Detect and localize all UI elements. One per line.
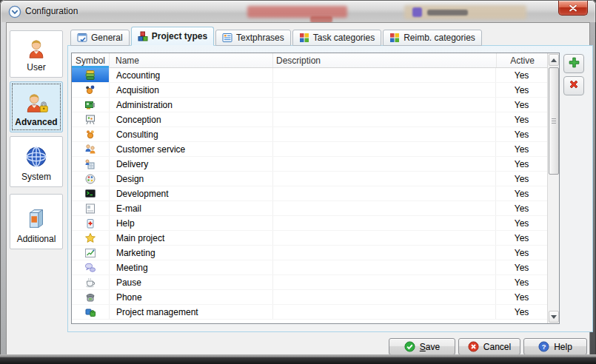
- table-row-administration[interactable]: AdministrationYes: [72, 98, 547, 112]
- active-cell[interactable]: Yes: [496, 201, 547, 215]
- table-row-consulting[interactable]: ConsultingYes: [72, 127, 547, 142]
- column-header-name[interactable]: Name: [110, 53, 273, 67]
- table-row-meeting[interactable]: MeetingYes: [72, 260, 547, 275]
- save-button[interactable]: Save: [389, 338, 455, 355]
- description-cell[interactable]: [273, 157, 497, 171]
- active-cell[interactable]: Yes: [496, 231, 547, 245]
- description-cell[interactable]: [273, 246, 497, 260]
- name-cell[interactable]: Help: [110, 216, 273, 230]
- name-cell[interactable]: Administration: [110, 98, 273, 112]
- symbol-cell[interactable]: [72, 260, 110, 274]
- name-cell[interactable]: Main project: [110, 231, 273, 245]
- scroll-up-button[interactable]: [549, 54, 559, 66]
- symbol-cell[interactable]: [72, 246, 110, 260]
- symbol-cell[interactable]: [72, 305, 110, 319]
- symbol-cell[interactable]: [72, 157, 110, 171]
- symbol-cell[interactable]: [72, 231, 110, 245]
- sidebar-item-additional[interactable]: Additional: [10, 194, 63, 249]
- description-cell[interactable]: [273, 275, 497, 289]
- table-row-project-management[interactable]: Project managementYes: [72, 305, 547, 320]
- help-button[interactable]: ?Help: [523, 338, 587, 355]
- name-cell[interactable]: E-mail: [110, 201, 273, 215]
- sidebar-item-advanced[interactable]: Advanced: [10, 81, 63, 132]
- symbol-cell[interactable]: [72, 68, 110, 82]
- description-cell[interactable]: [273, 68, 497, 82]
- add-row-button[interactable]: [563, 54, 584, 73]
- symbol-cell[interactable]: [72, 216, 110, 230]
- description-cell[interactable]: [273, 260, 497, 274]
- table-row-main-project[interactable]: Main projectYes: [72, 231, 547, 246]
- active-cell[interactable]: Yes: [496, 112, 547, 127]
- table-row-acquisition[interactable]: AcquisitionYes: [72, 83, 547, 98]
- symbol-cell[interactable]: [72, 201, 110, 215]
- symbol-cell[interactable]: [72, 172, 110, 186]
- table-row-customer-service[interactable]: Customer serviceYes: [72, 142, 547, 157]
- symbol-cell[interactable]: [72, 83, 110, 97]
- scrollbar-thumb[interactable]: [549, 67, 559, 175]
- description-cell[interactable]: [273, 98, 497, 112]
- symbol-cell[interactable]: [72, 127, 110, 141]
- description-cell[interactable]: [273, 290, 497, 304]
- tab-general[interactable]: General: [70, 30, 130, 46]
- description-cell[interactable]: [273, 216, 497, 230]
- name-cell[interactable]: Consulting: [110, 127, 273, 141]
- system-menu-chevron-icon[interactable]: [8, 5, 21, 18]
- tab-project-types[interactable]: Project types: [131, 27, 214, 46]
- active-cell[interactable]: Yes: [496, 260, 547, 274]
- name-cell[interactable]: Project management: [110, 305, 273, 319]
- active-cell[interactable]: Yes: [496, 290, 547, 304]
- table-row-e-mail[interactable]: E-mailYes: [72, 201, 547, 216]
- symbol-cell[interactable]: [72, 98, 110, 112]
- name-cell[interactable]: Acquisition: [110, 83, 273, 97]
- active-cell[interactable]: Yes: [496, 98, 547, 112]
- tab-textphrases[interactable]: Textphrases: [215, 30, 291, 46]
- table-row-help[interactable]: HelpYes: [72, 216, 547, 231]
- name-cell[interactable]: Phone: [110, 290, 273, 304]
- active-cell[interactable]: Yes: [496, 246, 547, 260]
- name-cell[interactable]: Marketing: [110, 246, 273, 260]
- name-cell[interactable]: Conception: [110, 112, 273, 127]
- delete-row-button[interactable]: [563, 76, 584, 95]
- description-cell[interactable]: [273, 127, 497, 141]
- table-row-accounting[interactable]: AccountingYes: [72, 68, 547, 83]
- active-cell[interactable]: Yes: [496, 186, 547, 200]
- scroll-down-button[interactable]: [549, 311, 559, 323]
- table-row-phone[interactable]: PhoneYes: [72, 290, 547, 305]
- active-cell[interactable]: Yes: [496, 275, 547, 289]
- symbol-cell[interactable]: [72, 112, 110, 127]
- column-header-description[interactable]: Description: [273, 53, 497, 67]
- close-button[interactable]: [558, 1, 588, 16]
- tab-reimb-categories[interactable]: Reimb. categories: [383, 30, 482, 46]
- sidebar-item-system[interactable]: System: [10, 136, 63, 187]
- description-cell[interactable]: [273, 186, 497, 200]
- column-header-symbol[interactable]: Symbol: [72, 53, 110, 67]
- table-row-conception[interactable]: ConceptionYes: [72, 112, 547, 127]
- active-cell[interactable]: Yes: [496, 305, 547, 319]
- active-cell[interactable]: Yes: [496, 216, 547, 230]
- active-cell[interactable]: Yes: [496, 172, 547, 186]
- name-cell[interactable]: Accounting: [110, 68, 273, 82]
- description-cell[interactable]: [273, 83, 497, 97]
- tab-task-categories[interactable]: Task categories: [292, 30, 381, 46]
- active-cell[interactable]: Yes: [496, 68, 547, 82]
- description-cell[interactable]: [273, 305, 497, 319]
- description-cell[interactable]: [273, 231, 497, 245]
- symbol-cell[interactable]: [72, 186, 110, 200]
- table-row-delivery[interactable]: DeliveryYes: [72, 157, 547, 172]
- description-cell[interactable]: [273, 201, 497, 215]
- column-header-active[interactable]: Active: [497, 53, 548, 67]
- active-cell[interactable]: Yes: [496, 127, 547, 141]
- vertical-scrollbar[interactable]: [547, 53, 559, 323]
- table-row-marketing[interactable]: MarketingYes: [72, 246, 547, 260]
- description-cell[interactable]: [273, 172, 497, 186]
- description-cell[interactable]: [273, 112, 497, 127]
- name-cell[interactable]: Design: [110, 172, 273, 186]
- name-cell[interactable]: Meeting: [110, 260, 273, 274]
- name-cell[interactable]: Customer service: [110, 142, 273, 156]
- description-cell[interactable]: [273, 142, 497, 156]
- name-cell[interactable]: Development: [110, 186, 273, 200]
- table-row-design[interactable]: DesignYes: [72, 172, 547, 186]
- cancel-button[interactable]: Cancel: [458, 338, 520, 355]
- table-row-pause[interactable]: PauseYes: [72, 275, 547, 290]
- symbol-cell[interactable]: [72, 142, 110, 156]
